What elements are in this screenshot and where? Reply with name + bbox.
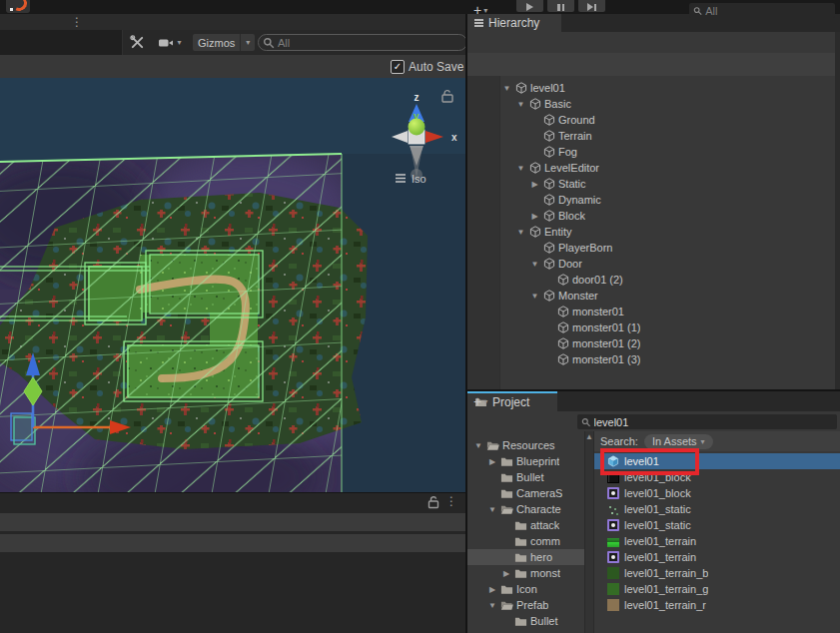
- hierarchy-item-label: Monster: [558, 290, 598, 302]
- gameobject-icon: [543, 258, 555, 270]
- scene-search-field[interactable]: [258, 34, 467, 51]
- gameobject-icon: [543, 242, 555, 254]
- project-search-field[interactable]: [577, 414, 837, 429]
- expand-arrow-icon[interactable]: ▼: [529, 260, 540, 269]
- project-result-item[interactable]: level01_block: [594, 469, 840, 485]
- tools-button[interactable]: [126, 33, 148, 52]
- scene-camera-button[interactable]: ▾: [151, 33, 189, 52]
- project-folder-item[interactable]: CameraS: [467, 485, 584, 501]
- expand-arrow-icon[interactable]: ▼: [515, 100, 526, 109]
- play-button[interactable]: [516, 0, 543, 12]
- folder-open-icon: [500, 503, 513, 516]
- project-folder-item[interactable]: ▼Resources: [467, 437, 584, 453]
- step-button[interactable]: [578, 0, 605, 12]
- hierarchy-item[interactable]: monster01 (3): [467, 351, 835, 367]
- hierarchy-item[interactable]: monster01 (1): [467, 319, 835, 335]
- project-create-button[interactable]: + ▾: [473, 393, 487, 409]
- toolbar-plugin-icon[interactable]: [6, 0, 30, 13]
- project-results-list: level01level01_blocklevel01_blocklevel01…: [594, 453, 840, 613]
- hierarchy-item[interactable]: Terrain: [467, 128, 835, 144]
- hierarchy-scrollbar[interactable]: [835, 32, 840, 389]
- folder-icon: [500, 455, 513, 468]
- expand-arrow-icon[interactable]: ▼: [473, 441, 483, 450]
- scene-viewport[interactable]: z y x Iso: [0, 78, 466, 492]
- scroll-up-icon[interactable]: ▲: [585, 431, 593, 443]
- hierarchy-item[interactable]: ▼Door: [467, 256, 835, 272]
- project-result-item[interactable]: level01_terrain_g: [594, 581, 840, 597]
- auto-save-checkbox[interactable]: ✓: [391, 60, 405, 74]
- project-result-item[interactable]: level01_static: [594, 501, 840, 517]
- hierarchy-item-label: Fog: [558, 146, 577, 158]
- project-pane-scrollbar[interactable]: ▲: [584, 431, 594, 633]
- project-folder-item[interactable]: ▶monst: [467, 565, 584, 581]
- panel-lock-icon[interactable]: [426, 495, 440, 509]
- hierarchy-item[interactable]: monster01 (2): [467, 335, 835, 351]
- hierarchy-item[interactable]: Dynamic: [467, 192, 835, 208]
- project-result-item[interactable]: level01_static: [594, 517, 840, 533]
- bottom-panel-row[interactable]: [0, 513, 465, 531]
- hierarchy-search-field[interactable]: [689, 3, 835, 18]
- project-folder-item[interactable]: Comm: [467, 629, 584, 633]
- hierarchy-item[interactable]: ▼level01: [467, 80, 835, 96]
- expand-arrow-icon[interactable]: ▶: [501, 569, 511, 578]
- project-result-item[interactable]: level01_block: [594, 485, 840, 501]
- expand-arrow-icon[interactable]: ▶: [529, 180, 540, 189]
- hierarchy-create-button[interactable]: + ▾: [473, 2, 487, 18]
- hierarchy-item[interactable]: ▼Basic: [467, 96, 835, 112]
- scope-dropdown-icon: ▾: [701, 437, 705, 446]
- dots-icon: [607, 503, 619, 515]
- project-result-item[interactable]: level01_terrain_r: [594, 597, 840, 613]
- gizmos-dropdown[interactable]: Gizmos ▾: [193, 34, 255, 51]
- pause-button[interactable]: [547, 0, 574, 12]
- search-scope-dropdown[interactable]: In Assets ▾: [644, 434, 713, 449]
- expand-arrow-icon[interactable]: ▼: [515, 164, 526, 173]
- project-folder-item[interactable]: hero: [467, 549, 584, 565]
- project-folder-item[interactable]: ▼Characte: [467, 501, 584, 517]
- hierarchy-item[interactable]: Fog: [467, 144, 835, 160]
- hierarchy-item[interactable]: ▼Entity: [467, 224, 835, 240]
- expand-arrow-icon[interactable]: ▶: [487, 585, 497, 594]
- expand-arrow-icon[interactable]: ▼: [515, 228, 526, 237]
- expand-arrow-icon[interactable]: ▼: [529, 292, 540, 301]
- scene-more-options-icon[interactable]: ⋮: [71, 16, 83, 28]
- panel-more-options-icon[interactable]: ⋮: [445, 495, 457, 507]
- expand-arrow-icon[interactable]: ▼: [501, 84, 512, 93]
- project-folder-item[interactable]: ▼Prefab: [467, 597, 584, 613]
- project-results-pane: Search: In Assets ▾ level01level01_block…: [594, 431, 840, 633]
- project-folder-label: monst: [530, 567, 560, 579]
- y-axis-ball[interactable]: [409, 119, 425, 136]
- gameobject-icon: [557, 321, 569, 333]
- hierarchy-item[interactable]: monster01: [467, 304, 835, 319]
- project-folder-item[interactable]: ▶Icon: [467, 581, 584, 597]
- hierarchy-item[interactable]: ▶Static: [467, 176, 835, 192]
- project-folder-item[interactable]: Bullet: [467, 469, 584, 485]
- project-folder-item[interactable]: Bullet: [467, 613, 584, 629]
- expand-arrow-icon[interactable]: ▶: [529, 212, 540, 221]
- expand-arrow-icon[interactable]: ▶: [487, 457, 497, 466]
- scene-search-input[interactable]: [278, 37, 462, 49]
- project-search-input[interactable]: [594, 416, 834, 428]
- project-result-label: level01_static: [624, 503, 691, 515]
- project-folder-item[interactable]: attack: [467, 517, 584, 533]
- project-folder-item[interactable]: comm: [467, 533, 584, 549]
- bottom-panel-row[interactable]: [0, 534, 465, 552]
- project-result-item[interactable]: level01_terrain: [594, 533, 840, 549]
- search-icon: [263, 37, 275, 49]
- project-result-item[interactable]: level01: [594, 453, 840, 469]
- hierarchy-item[interactable]: ▶Block: [467, 208, 835, 224]
- hierarchy-search-input[interactable]: [705, 5, 831, 17]
- hierarchy-item[interactable]: ▼LevelEditor: [467, 160, 835, 176]
- project-result-item[interactable]: level01_terrain: [594, 549, 840, 565]
- create-dropdown-icon: ▾: [483, 6, 487, 15]
- hierarchy-item-label: monster01 (1): [572, 321, 640, 333]
- project-result-item[interactable]: level01_terrain_b: [594, 565, 840, 581]
- project-folder-item[interactable]: ▶Blueprint: [467, 453, 584, 469]
- folder-icon: [500, 487, 513, 500]
- hierarchy-item[interactable]: door01 (2): [467, 272, 835, 288]
- hierarchy-item[interactable]: ▼Monster: [467, 288, 835, 304]
- expand-arrow-icon[interactable]: ▼: [487, 601, 497, 610]
- project-result-label: level01: [624, 455, 659, 467]
- hierarchy-item[interactable]: Ground: [467, 112, 835, 128]
- expand-arrow-icon[interactable]: ▼: [487, 505, 497, 514]
- hierarchy-item[interactable]: PlayerBorn: [467, 240, 835, 256]
